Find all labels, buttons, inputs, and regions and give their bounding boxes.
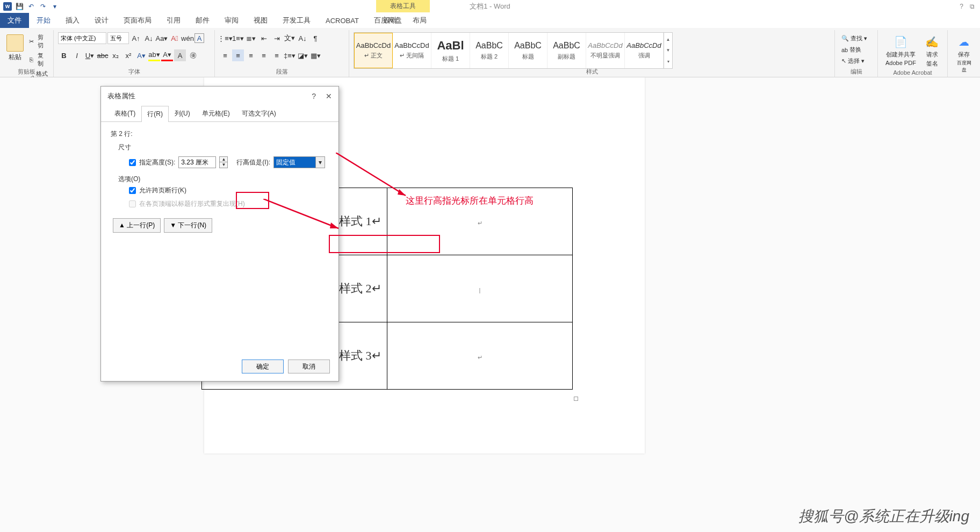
select-button[interactable]: ↖选择▾	[839, 56, 869, 66]
distribute-button[interactable]: ≡	[271, 49, 283, 61]
dialog-close-icon[interactable]: ✕	[326, 92, 332, 100]
repeat-header-checkbox	[129, 200, 136, 207]
replace-button[interactable]: ab替换	[839, 45, 869, 55]
copy-button[interactable]: ⎘复制	[28, 52, 49, 68]
cell-r3c2[interactable]: ↵	[387, 322, 573, 390]
italic-button[interactable]: I	[71, 49, 83, 61]
style-no-spacing[interactable]: AaBbCcDd↵ 无间隔	[393, 33, 431, 68]
multilevel-button[interactable]: ≣▾	[245, 32, 257, 44]
height-value-input[interactable]	[178, 156, 216, 168]
strikethrough-button[interactable]: abc	[97, 49, 109, 61]
font-name-combo[interactable]	[58, 32, 106, 44]
restore-icon[interactable]: ⧉	[970, 3, 975, 10]
styles-gallery[interactable]: AaBbCcDd↵ 正文 AaBbCcDd↵ 无间隔 AaBl标题 1 AaBb…	[354, 32, 673, 69]
style-heading1[interactable]: AaBl标题 1	[431, 33, 470, 68]
dlg-tab-column[interactable]: 列(U)	[169, 105, 196, 121]
dlg-tab-cell[interactable]: 单元格(E)	[196, 105, 236, 121]
text-direction-button[interactable]: 文▾	[284, 32, 296, 44]
sort-button[interactable]: A↓	[297, 32, 308, 44]
tab-review[interactable]: 审阅	[217, 13, 246, 28]
tab-layout[interactable]: 页面布局	[116, 13, 159, 28]
tab-view[interactable]: 视图	[246, 13, 275, 28]
subscript-button[interactable]: x₂	[110, 49, 121, 61]
create-pdf-button[interactable]: 📄 创建并共享 Adobe PDF	[882, 32, 919, 68]
font-size-combo[interactable]	[107, 32, 129, 44]
tab-mailings[interactable]: 邮件	[188, 13, 217, 28]
shrink-font-button[interactable]: A↓	[143, 32, 155, 44]
style-subtle-emphasis[interactable]: AaBbCcDd不明显强调	[586, 33, 625, 68]
justify-button[interactable]: ≡	[258, 49, 270, 61]
style-title[interactable]: AaBbC标题	[509, 33, 547, 68]
cancel-button[interactable]: 取消	[288, 360, 330, 373]
grow-font-button[interactable]: A↑	[130, 32, 142, 44]
style-heading2[interactable]: AaBbC标题 2	[470, 33, 509, 68]
tab-design[interactable]: 设计	[87, 13, 116, 28]
shading-button[interactable]: ◪▾	[297, 49, 308, 61]
paste-button[interactable]: 粘贴	[4, 32, 26, 64]
increase-indent-button[interactable]: ⇥	[271, 32, 283, 44]
style-normal[interactable]: AaBbCcDd↵ 正文	[354, 33, 393, 68]
cut-button[interactable]: ✂剪切	[28, 33, 49, 49]
table-resize-handle[interactable]	[574, 397, 578, 401]
style-emphasis[interactable]: AaBbCcDd强调	[625, 33, 664, 68]
tab-developer[interactable]: 开发工具	[275, 13, 318, 28]
height-type-combo[interactable]: 固定值	[273, 156, 325, 168]
tab-references[interactable]: 引用	[159, 13, 188, 28]
specify-height-label: 指定高度(S):	[139, 158, 175, 167]
underline-button[interactable]: U▾	[84, 49, 96, 61]
change-case-button[interactable]: Aa▾	[156, 32, 168, 44]
phonetic-button[interactable]: wén	[182, 32, 193, 44]
copy-icon: ⎘	[28, 56, 35, 63]
dlg-tab-table[interactable]: 表格(T)	[109, 105, 141, 121]
redo-icon[interactable]: ↷	[39, 2, 47, 11]
bullets-button[interactable]: ⋮≡▾	[219, 32, 231, 44]
char-border-button[interactable]: A	[194, 33, 204, 43]
tab-table-design[interactable]: 设计	[376, 13, 405, 28]
clear-format-button[interactable]: A⃠	[169, 32, 181, 44]
dlg-tab-row[interactable]: 行(R)	[141, 106, 169, 122]
style-subtitle[interactable]: AaBbC副标题	[547, 33, 586, 68]
qat-more-icon[interactable]: ▾	[51, 2, 59, 11]
superscript-button[interactable]: x²	[122, 49, 134, 61]
tab-home[interactable]: 开始	[29, 13, 58, 28]
text-effects-button[interactable]: A▾	[135, 49, 147, 61]
align-center-button[interactable]: ≡	[232, 49, 244, 61]
highlight-button[interactable]: ab▾	[148, 49, 160, 61]
allow-break-label: 允许跨页断行(K)	[139, 186, 186, 195]
allow-break-checkbox[interactable]	[129, 187, 136, 194]
char-shading-button[interactable]: A	[174, 49, 186, 61]
cell-r2c2[interactable]: |	[387, 255, 573, 322]
tab-acrobat[interactable]: ACROBAT	[318, 13, 366, 28]
next-row-button[interactable]: ▼ 下一行(N)	[164, 218, 212, 233]
paste-label: 粘贴	[9, 53, 21, 62]
undo-icon[interactable]: ↶	[27, 2, 35, 11]
height-spinner[interactable]: ▲▼	[219, 156, 228, 168]
specify-height-checkbox[interactable]	[129, 159, 136, 166]
tab-insert[interactable]: 插入	[58, 13, 87, 28]
gallery-scroll[interactable]: ▲▼▾	[664, 33, 672, 68]
find-button[interactable]: 🔍查找▾	[839, 33, 869, 44]
prev-row-button[interactable]: ▲ 上一行(P)	[113, 218, 161, 233]
help-icon[interactable]: ?	[960, 3, 963, 10]
bold-button[interactable]: B	[58, 49, 70, 61]
paste-icon	[6, 34, 24, 52]
show-marks-button[interactable]: ¶	[309, 32, 321, 44]
decrease-indent-button[interactable]: ⇤	[258, 32, 270, 44]
svg-marker-1	[398, 189, 406, 196]
dialog-help-icon[interactable]: ?	[312, 92, 316, 100]
line-spacing-button[interactable]: ‡≡▾	[284, 49, 296, 61]
borders-button[interactable]: ▦▾	[309, 49, 321, 61]
numbering-button[interactable]: 1≡▾	[232, 32, 244, 44]
save-baidu-button[interactable]: ☁ 保存 百度网盘	[952, 32, 976, 76]
tab-table-layout[interactable]: 布局	[405, 13, 434, 28]
align-right-button[interactable]: ≡	[245, 49, 257, 61]
request-sign-button[interactable]: ✍ 请求 签名	[921, 32, 943, 70]
enclose-char-button[interactable]: ㊝	[187, 49, 199, 61]
dlg-tab-alt[interactable]: 可选文字(A)	[236, 105, 282, 121]
font-color-button[interactable]: A▾	[161, 49, 173, 61]
tab-file[interactable]: 文件	[0, 13, 29, 28]
svg-line-2	[263, 199, 338, 228]
align-left-button[interactable]: ≡	[219, 49, 231, 61]
save-icon[interactable]: 💾	[15, 2, 24, 11]
ok-button[interactable]: 确定	[242, 360, 284, 373]
